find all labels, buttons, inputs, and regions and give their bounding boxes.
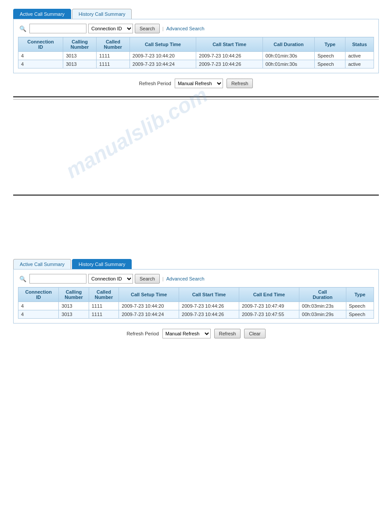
table-cell: 4 (18, 302, 59, 310)
col-status-top: Status (345, 37, 374, 52)
col-call-setup-time-bottom: Call Setup Time (119, 288, 179, 302)
tab-history-call-summary-bottom[interactable]: History Call Summary (72, 259, 132, 269)
bottom-clear-button[interactable]: Clear (244, 329, 265, 338)
tab-history-call-summary-top[interactable]: History Call Summary (72, 9, 132, 19)
table-cell: 1111 (96, 60, 129, 68)
col-call-start-time-top: Call Start Time (196, 37, 263, 52)
top-tab-content: 🔍 Connection ID Calling Number Called Nu… (13, 19, 379, 73)
table-cell: 1111 (96, 52, 129, 60)
bottom-section: Active Call Summary History Call Summary… (13, 259, 379, 338)
table-cell: 4 (18, 52, 63, 60)
table-row: 4301311112009-7-23 10:44:242009-7-23 10:… (18, 60, 374, 68)
tab-active-call-summary-bottom[interactable]: Active Call Summary (13, 259, 71, 269)
table-cell: 1111 (89, 310, 119, 319)
col-connection-id-top: ConnectionID (18, 37, 63, 52)
bottom-tab-bar: Active Call Summary History Call Summary (13, 259, 379, 269)
top-refresh-bar: Refresh Period Manual Refresh 5 seconds … (13, 79, 379, 88)
table-cell: Speech (315, 60, 345, 68)
bottom-refresh-select[interactable]: Manual Refresh 5 seconds 10 seconds 30 s… (162, 329, 211, 338)
table-cell: 2009-7-23 10:44:26 (179, 310, 239, 319)
top-data-table: ConnectionID CallingNumber CalledNumber … (18, 37, 374, 68)
table-cell: 2009-7-23 10:44:26 (196, 60, 263, 68)
top-refresh-period-label: Refresh Period (139, 81, 171, 86)
col-type-bottom: Type (346, 288, 374, 302)
separator-thick-2 (13, 194, 379, 196)
table-cell: 2009-7-23 10:44:26 (179, 302, 239, 310)
bottom-tab-content: 🔍 Connection ID Calling Number Called Nu… (13, 269, 379, 324)
table-cell: Speech (346, 302, 374, 310)
separator-thick-1 (13, 96, 379, 97)
table-cell: 2009-7-23 10:44:20 (119, 302, 179, 310)
col-connection-id-bottom: ConnectionID (18, 288, 59, 302)
table-cell: 4 (18, 60, 63, 68)
col-calling-number-top: CallingNumber (63, 37, 97, 52)
bottom-refresh-period-label: Refresh Period (126, 331, 158, 336)
table-row: 4301311112009-7-23 10:44:202009-7-23 10:… (18, 52, 374, 60)
table-cell: 00h:01min:30s (263, 52, 314, 60)
col-call-duration-top: Call Duration (263, 37, 314, 52)
table-row: 4301311112009-7-23 10:44:242009-7-23 10:… (18, 310, 374, 319)
top-refresh-select[interactable]: Manual Refresh 5 seconds 10 seconds 30 s… (175, 79, 223, 88)
table-cell: 2009-7-23 10:44:24 (119, 310, 179, 319)
separator-thin-1 (13, 99, 379, 100)
top-advanced-search-link[interactable]: Advanced Search (166, 26, 205, 31)
table-cell: 4 (18, 310, 59, 319)
table-cell: Speech (315, 52, 345, 60)
table-cell: 2009-7-23 10:47:49 (239, 302, 299, 310)
tab-active-call-summary-top[interactable]: Active Call Summary (13, 9, 71, 19)
top-search-input[interactable] (29, 24, 86, 33)
bottom-advanced-search-link[interactable]: Advanced Search (166, 276, 205, 281)
top-tab-bar: Active Call Summary History Call Summary (13, 9, 379, 19)
top-section: Active Call Summary History Call Summary… (13, 9, 379, 88)
lower-space (13, 198, 379, 250)
table-row: 4301311112009-7-23 10:44:202009-7-23 10:… (18, 302, 374, 310)
bottom-search-button[interactable]: Search (135, 274, 160, 284)
table-cell: 3013 (59, 302, 89, 310)
bottom-search-select[interactable]: Connection ID Calling Number Called Numb… (88, 274, 133, 284)
table-cell: 2009-7-23 10:44:24 (129, 60, 196, 68)
col-type-top: Type (315, 37, 345, 52)
bottom-search-bar: 🔍 Connection ID Calling Number Called Nu… (18, 274, 374, 284)
bottom-search-icon: 🔍 (18, 274, 28, 284)
top-refresh-button[interactable]: Refresh (227, 79, 253, 88)
top-search-icon: 🔍 (18, 24, 28, 33)
col-call-start-time-bottom: Call Start Time (179, 288, 239, 302)
col-called-number-top: CalledNumber (96, 37, 129, 52)
table-cell: 2009-7-23 10:44:20 (129, 52, 196, 60)
table-cell: active (345, 52, 374, 60)
middle-space: manualslib.com (13, 108, 379, 187)
col-calling-number-bottom: CallingNumber (59, 288, 89, 302)
bottom-search-input[interactable] (29, 274, 86, 284)
col-call-setup-time-top: Call Setup Time (129, 37, 196, 52)
top-search-bar: 🔍 Connection ID Calling Number Called Nu… (18, 24, 374, 33)
bottom-refresh-button[interactable]: Refresh (214, 329, 241, 338)
bottom-data-table: ConnectionID CallingNumber CalledNumber … (18, 287, 374, 319)
table-cell: 00h:01min:30s (263, 60, 314, 68)
table-cell: 2009-7-23 10:44:26 (196, 52, 263, 60)
table-cell: active (345, 60, 374, 68)
table-cell: 3013 (63, 52, 97, 60)
col-called-number-bottom: CalledNumber (89, 288, 119, 302)
col-call-duration-bottom: CallDuration (299, 288, 346, 302)
table-cell: 00h:03min:23s (299, 302, 346, 310)
bottom-refresh-bar: Refresh Period Manual Refresh 5 seconds … (13, 329, 379, 338)
top-search-select[interactable]: Connection ID Calling Number Called Numb… (88, 24, 133, 33)
watermark: manualslib.com (62, 83, 212, 183)
table-cell: Speech (346, 310, 374, 319)
table-cell: 00h:03min:29s (299, 310, 346, 319)
table-cell: 3013 (63, 60, 97, 68)
table-cell: 2009-7-23 10:47:55 (239, 310, 299, 319)
table-cell: 3013 (59, 310, 89, 319)
top-search-button[interactable]: Search (135, 24, 160, 33)
table-cell: 1111 (89, 302, 119, 310)
col-call-end-time-bottom: Call End Time (239, 288, 299, 302)
